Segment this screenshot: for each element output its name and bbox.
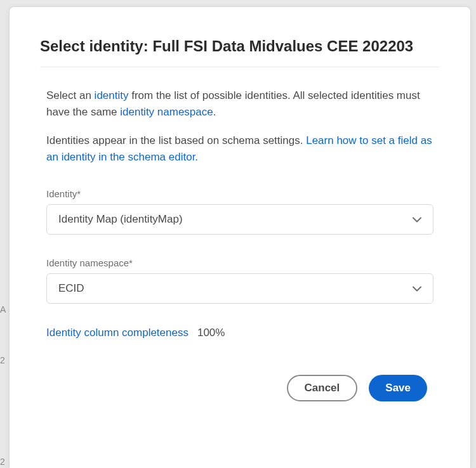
identity-namespace-link[interactable]: identity namespace <box>120 106 213 118</box>
save-button[interactable]: Save <box>369 375 427 401</box>
identity-namespace-label: Identity namespace* <box>46 257 433 268</box>
identity-select-value: Identity Map (identityMap) <box>58 213 183 226</box>
intro-paragraph-1: Select an identity from the list of poss… <box>46 88 433 121</box>
identity-namespace-field-group: Identity namespace* ECID <box>46 257 433 304</box>
completeness-value: 100% <box>197 327 225 339</box>
intro-text: Select an <box>46 89 95 101</box>
identity-namespace-select[interactable]: ECID <box>46 273 433 304</box>
identity-column-completeness-link[interactable]: Identity column completeness <box>46 327 188 339</box>
completeness-row: Identity column completeness 100% <box>46 327 433 339</box>
dialog-footer: Cancel Save <box>46 375 433 401</box>
intro-paragraph-2: Identities appear in the list based on s… <box>46 133 433 166</box>
identity-select[interactable]: Identity Map (identityMap) <box>46 204 433 235</box>
identity-field-group: Identity* Identity Map (identityMap) <box>46 188 433 235</box>
identity-link[interactable]: identity <box>95 89 129 101</box>
dialog-title: Select identity: Full FSI Data Midvalues… <box>40 37 440 67</box>
backdrop-text: 2 <box>0 457 5 467</box>
cancel-button[interactable]: Cancel <box>287 375 358 401</box>
backdrop-text: A <box>0 304 6 315</box>
identity-label: Identity* <box>46 188 433 199</box>
backdrop-text: 2 <box>0 355 5 365</box>
chevron-down-icon <box>413 215 421 224</box>
identity-namespace-select-value: ECID <box>58 282 84 295</box>
select-identity-dialog: Select identity: Full FSI Data Midvalues… <box>9 6 471 468</box>
intro-text: . <box>213 106 216 118</box>
intro-text: Identities appear in the list based on s… <box>46 134 306 146</box>
chevron-down-icon <box>413 284 421 293</box>
